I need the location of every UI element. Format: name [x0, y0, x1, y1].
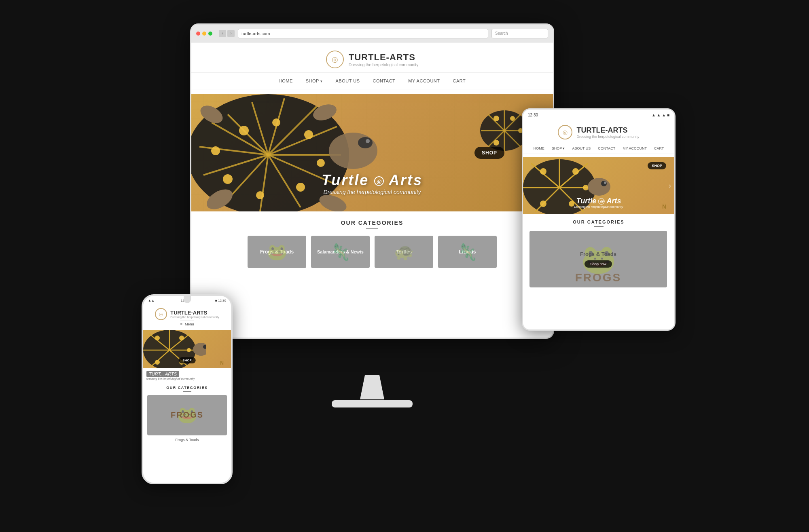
desktop-categories-title: OUR CATEGORIES	[203, 220, 541, 226]
tablet-logo-icon: ◎	[558, 125, 572, 139]
svg-point-68	[155, 336, 160, 340]
monitor-base	[332, 400, 413, 407]
maximize-button[interactable]	[208, 32, 212, 36]
tablet-categories-section: OUR CATEGORIES 🐸 Frogs & Toads Shop now …	[523, 214, 674, 293]
mobile-menu-bar[interactable]: ≡ Menu	[180, 320, 194, 328]
tablet-hero-next[interactable]: ›	[669, 182, 671, 190]
nav-cart[interactable]: CART	[450, 77, 468, 85]
svg-point-41	[493, 140, 499, 146]
svg-point-54	[583, 185, 589, 190]
scene: ‹ › turtle-arts.com Search ◎	[125, 23, 684, 509]
desktop-site-header: ◎ TURTLE-ARTS Dressing the herpetologica…	[191, 42, 553, 94]
category-frogs[interactable]: 🐸 Frogs & Toads	[248, 236, 306, 268]
svg-point-23	[358, 137, 373, 148]
tablet-nav-contact[interactable]: CONTACT	[596, 146, 617, 151]
category-salamanders[interactable]: 🦎 Salamanders & Newts	[311, 236, 370, 268]
tablet-tagline: Dressing the herpetological community	[576, 135, 639, 139]
minimize-button[interactable]	[202, 32, 206, 36]
browser-search[interactable]: Search	[491, 29, 548, 38]
tablet-nav-shop[interactable]: SHOP ▾	[550, 146, 567, 151]
svg-point-24	[366, 139, 370, 143]
desktop-shop-button[interactable]: SHOP	[474, 147, 504, 159]
tablet-hero: N › Turtle ◎ Arts Dressing the herpetolo…	[523, 157, 674, 214]
mobile-categories-title: OUR CATEGORIES	[147, 386, 227, 390]
tablet-nav: HOME SHOP ▾ ABOUT US CONTACT MY ACCOUNT …	[523, 143, 674, 154]
svg-point-15	[272, 118, 280, 127]
traffic-lights	[196, 32, 212, 36]
svg-point-71	[155, 360, 160, 365]
mobile-battery: ■ 12:30	[215, 299, 226, 302]
back-button[interactable]: ‹	[219, 30, 226, 37]
svg-point-19	[256, 191, 264, 199]
desktop-logo-area: ◎ TURTLE-ARTS Dressing the herpetologica…	[326, 51, 418, 68]
tablet-hero-title: Turtle ◎ Arts	[574, 197, 623, 205]
desktop-categories-section: OUR CATEGORIES 🐸 Frogs & Toads 🦎 Salaman…	[191, 211, 553, 276]
mobile-logo-icon: ◎	[155, 308, 167, 320]
mobile-hero-caption: TURT... ARTS dressing the herpetological…	[143, 368, 231, 382]
desktop-tagline: Dressing the herpetological community	[349, 63, 418, 67]
nav-contact[interactable]: CONTACT	[370, 77, 398, 85]
desktop-hero-subtitle: Dressing the herpetological community	[322, 189, 423, 195]
monitor-stand	[332, 375, 413, 407]
category-turtles[interactable]: 🐢 Turtles	[375, 236, 433, 268]
nav-about[interactable]: ABOUT US	[333, 77, 362, 85]
svg-point-56	[569, 201, 574, 207]
frog-bg-icon: 🐸	[267, 243, 287, 262]
tablet-shop-now-button[interactable]: Shop now	[585, 260, 612, 268]
forward-button[interactable]: ›	[227, 30, 235, 37]
nav-home[interactable]: HOME	[276, 77, 295, 85]
desktop-hero-title: Turtle ◎ Arts	[322, 172, 423, 189]
svg-point-18	[296, 183, 305, 192]
nav-myaccount[interactable]: MY ACCOUNT	[406, 77, 442, 85]
svg-point-70	[187, 348, 191, 352]
tablet-hero-text: Turtle ◎ Arts Dressing the herpetologica…	[574, 197, 623, 208]
close-button[interactable]	[196, 32, 200, 36]
desktop-screen: ◎ TURTLE-ARTS Dressing the herpetologica…	[191, 42, 553, 338]
svg-point-55	[540, 201, 546, 207]
svg-point-38	[493, 116, 499, 121]
nav-shop[interactable]: SHOP	[303, 77, 325, 85]
desktop-logo-icon: ◎	[326, 51, 344, 68]
mobile-compass: N	[220, 360, 224, 366]
mobile-logo-area: ◎ TURTLE-ARTS Dressing the herpetologica…	[155, 308, 219, 320]
lizard-bg-icon: 🦎	[457, 243, 478, 262]
salamander-bg-icon: 🦎	[330, 243, 351, 262]
svg-point-14	[239, 126, 249, 135]
browser-chrome: ‹ › turtle-arts.com Search	[191, 25, 553, 42]
url-bar[interactable]: turtle-arts.com	[238, 29, 488, 38]
mobile-menu-label: Menu	[185, 322, 194, 326]
tablet-nav-home[interactable]: HOME	[532, 146, 546, 151]
tablet-categories-title: OUR CATEGORIES	[529, 220, 668, 224]
mobile-shop-button[interactable]: SHOP	[178, 357, 196, 363]
svg-point-59	[604, 182, 606, 184]
desktop-logo-text: TURTLE-ARTS Dressing the herpetological …	[349, 52, 418, 67]
mobile-categories-section: OUR CATEGORIES 🐸 FROGS Frogs & Toads	[143, 382, 231, 446]
desktop-hero-banner: N Turtle ◎ Arts Dressing the herpetologi…	[191, 94, 553, 211]
svg-point-21	[211, 146, 220, 155]
tablet-nav-about[interactable]: ABOUT US	[570, 146, 592, 151]
tablet-nav-cart[interactable]: CART	[652, 146, 665, 151]
tablet-compass: N	[662, 203, 666, 210]
tablet-frame: 12:30 ▲ ▲ ▲ ■ ◎ TURTLE-ARTS Dressing the…	[522, 108, 676, 331]
tablet: 12:30 ▲ ▲ ▲ ■ ◎ TURTLE-ARTS Dressing the…	[522, 108, 676, 331]
desktop-hero-text: Turtle ◎ Arts Dressing the herpetologica…	[322, 172, 423, 195]
svg-point-69	[179, 336, 184, 340]
monitor-frame: ‹ › turtle-arts.com Search ◎	[190, 23, 554, 339]
desktop-hero-bg: N Turtle ◎ Arts Dressing the herpetologi…	[191, 94, 553, 211]
mobile-category-frogs[interactable]: 🐸 FROGS	[147, 395, 227, 435]
svg-point-39	[510, 116, 515, 121]
tablet-category-frogs[interactable]: 🐸 Frogs & Toads Shop now FROGS	[529, 231, 667, 287]
svg-point-20	[223, 174, 233, 184]
mobile-hero-brand: TURT... ARTS	[146, 371, 179, 377]
tablet-shop-button[interactable]: SHOP	[648, 162, 666, 169]
tablet-frogs-text: FROGS	[575, 271, 622, 284]
tablet-frog-icon: 🐸	[581, 243, 616, 276]
desktop-nav: HOME SHOP ABOUT US CONTACT MY ACCOUNT CA…	[191, 72, 553, 89]
mobile-notch	[184, 296, 191, 303]
desktop-monitor: ‹ › turtle-arts.com Search ◎	[190, 23, 554, 387]
tablet-nav-myaccount[interactable]: MY ACCOUNT	[621, 146, 648, 151]
mobile-frogs-title: FROGS	[171, 410, 203, 420]
mobile-logo-text: TURTLE-ARTS Dressing the herpetological …	[170, 310, 219, 319]
mobile-category-label: Frogs & Toads	[147, 438, 227, 442]
category-lizards[interactable]: 🦎 Lizards	[438, 236, 497, 268]
